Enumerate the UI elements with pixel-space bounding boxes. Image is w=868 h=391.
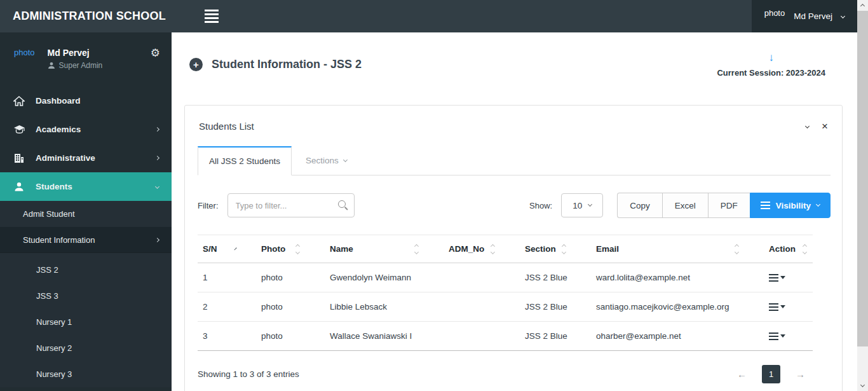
sidebar-item-admit-student[interactable]: Admit Student xyxy=(0,201,172,227)
cell-email: oharber@example.net xyxy=(591,322,764,351)
tab-all-jss2-students[interactable]: All JSS 2 Students xyxy=(198,146,292,175)
table-footer: Showing 1 to 3 of 3 entries ← 1 → xyxy=(198,365,831,383)
chevron-right-icon xyxy=(155,237,159,242)
session-down-arrow-icon[interactable]: ↓ xyxy=(717,51,825,64)
chevron-down-icon xyxy=(155,184,159,189)
main-content: Student Information - JSS 2 ↓ Current Se… xyxy=(172,32,857,391)
pdf-button[interactable]: PDF xyxy=(708,193,750,218)
column-header-photo[interactable]: Photo xyxy=(256,235,325,263)
sort-icon xyxy=(296,245,299,254)
cell-adm-no xyxy=(444,322,520,351)
tab-sections[interactable]: Sections xyxy=(292,146,361,175)
cell-sn: 2 xyxy=(198,292,256,322)
cell-section: JSS 2 Blue xyxy=(520,292,591,322)
students-submenu: Admit Student Student Information JSS 2 … xyxy=(0,201,172,387)
visibility-button[interactable]: Visibility xyxy=(750,193,831,218)
column-header-adm-no[interactable]: ADM_No xyxy=(444,235,520,263)
column-header-action[interactable]: Action xyxy=(764,235,813,263)
students-table: S/N Photo Name ADM_No xyxy=(198,235,813,351)
column-header-email[interactable]: Email xyxy=(591,235,764,263)
sidebar-item-academics[interactable]: Academics xyxy=(0,115,172,144)
column-header-name[interactable]: Name xyxy=(325,235,444,263)
page-header: Student Information - JSS 2 ↓ Current Se… xyxy=(172,32,857,78)
sort-icon xyxy=(803,245,806,254)
current-session-label: Current Session: 2023-2024 xyxy=(717,68,825,78)
card-title: Students List xyxy=(199,121,254,132)
caret-down-icon xyxy=(780,305,785,308)
sidebar-item-dashboard[interactable]: Dashboard xyxy=(0,86,172,115)
sidebar-item-jss-2[interactable]: JSS 2 xyxy=(0,257,172,283)
sidebar: photo Md Pervej Super Admin ⚙ Dashboard xyxy=(0,32,172,391)
page-number-button[interactable]: 1 xyxy=(762,365,780,383)
sidebar-item-students[interactable]: Students xyxy=(0,172,172,201)
cell-section: JSS 2 Blue xyxy=(520,322,591,351)
profile-name: Md Pervej xyxy=(48,48,103,58)
previous-page-arrow[interactable]: ← xyxy=(737,369,747,380)
page-size-select[interactable]: 10 xyxy=(561,193,603,217)
chevron-right-icon xyxy=(155,127,159,132)
sidebar-item-nursery-3[interactable]: Nursery 3 xyxy=(0,361,172,387)
students-list-card: Students List × All JSS 2 Students Secti… xyxy=(184,105,843,391)
next-page-arrow[interactable]: → xyxy=(796,369,805,380)
card-header: Students List × xyxy=(185,106,842,146)
page-size-value: 10 xyxy=(573,201,582,210)
sidebar-item-label: Academics xyxy=(36,125,81,134)
cell-email: ward.lolita@example.net xyxy=(591,263,764,292)
cell-name: Wallace Swaniawski I xyxy=(325,322,444,351)
user-avatar: photo xyxy=(764,8,785,18)
sidebar-item-nursery-1[interactable]: Nursery 1 xyxy=(0,309,172,335)
pagination: ← 1 → xyxy=(737,365,831,383)
show-label: Show: xyxy=(529,201,552,210)
close-card-icon[interactable]: × xyxy=(822,121,828,132)
window-scrollbar[interactable] xyxy=(857,0,868,391)
sidebar-item-jss-3[interactable]: JSS 3 xyxy=(0,283,172,309)
page-title: Student Information - JSS 2 xyxy=(212,58,362,71)
sort-icon xyxy=(735,245,738,254)
export-button-group: Copy Excel PDF Visibility xyxy=(617,193,831,218)
collapse-card-icon[interactable] xyxy=(805,123,810,128)
sidebar-item-student-information[interactable]: Student Information xyxy=(0,227,172,253)
table-row: 1 photo Gwendolyn Weimann JSS 2 Blue war… xyxy=(198,263,813,292)
chevron-down-icon xyxy=(816,202,820,207)
sidebar-toggle-hamburger-icon[interactable] xyxy=(205,10,219,23)
gear-icon[interactable]: ⚙ xyxy=(151,48,160,58)
user-menu[interactable]: photo Md Pervej xyxy=(752,0,857,32)
menu-bars-icon xyxy=(769,333,778,340)
column-header-section[interactable]: Section xyxy=(520,235,591,263)
tab-bar: All JSS 2 Students Sections xyxy=(198,146,831,175)
sidebar-item-administrative[interactable]: Administrative xyxy=(0,144,172,172)
add-student-button[interactable] xyxy=(189,58,203,71)
top-navbar: ADMINISTRATION SCHOOL photo Md Pervej xyxy=(0,0,857,32)
profile-photo-link[interactable]: photo xyxy=(14,48,35,57)
scroll-up-arrow-icon[interactable] xyxy=(857,0,868,10)
cell-photo: photo xyxy=(256,292,325,322)
cell-sn: 3 xyxy=(198,322,256,351)
column-header-sn[interactable]: S/N xyxy=(198,235,256,263)
sort-asc-icon xyxy=(234,247,236,250)
sidebar-item-label: Dashboard xyxy=(36,96,81,106)
visibility-label: Visibility xyxy=(776,201,811,210)
menu-bars-icon xyxy=(769,303,778,311)
table-header-row: S/N Photo Name ADM_No xyxy=(198,235,813,263)
scrollbar-thumb[interactable] xyxy=(857,11,868,346)
cell-sn: 1 xyxy=(198,263,256,292)
row-action-menu-button[interactable] xyxy=(769,333,808,340)
sidebar-profile: photo Md Pervej Super Admin ⚙ xyxy=(0,32,172,86)
copy-button[interactable]: Copy xyxy=(617,193,662,218)
caret-down-icon xyxy=(780,334,785,338)
submenu-item-label: Student Information xyxy=(23,235,95,245)
scroll-down-arrow-icon[interactable] xyxy=(857,381,868,391)
row-action-menu-button[interactable] xyxy=(769,303,808,311)
sidebar-item-nursery-2[interactable]: Nursery 2 xyxy=(0,335,172,361)
filter-input[interactable] xyxy=(227,193,355,217)
brand-title: ADMINISTRATION SCHOOL xyxy=(0,10,172,23)
class-links-menu: JSS 2 JSS 3 Nursery 1 Nursery 2 Nursery … xyxy=(0,253,172,387)
excel-button[interactable]: Excel xyxy=(662,193,708,218)
sort-icon xyxy=(562,245,566,254)
caret-down-icon xyxy=(780,276,785,279)
sort-icon xyxy=(491,245,494,254)
search-icon xyxy=(338,200,346,208)
app-window: ADMINISTRATION SCHOOL photo Md Pervej ph… xyxy=(0,0,868,391)
showing-entries-text: Showing 1 to 3 of 3 entries xyxy=(198,369,299,379)
row-action-menu-button[interactable] xyxy=(769,274,808,282)
